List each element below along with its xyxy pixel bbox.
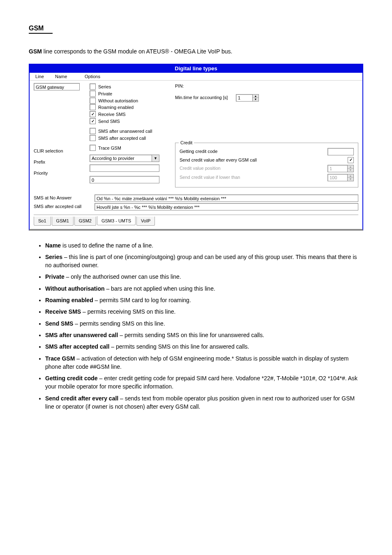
chevron-up-icon: ▲ <box>253 95 258 98</box>
checkbox-icon <box>90 83 96 90</box>
send-credit-every-label: Send credit value after every GSM call <box>180 157 257 163</box>
list-item: Trace GSM – activation of detection with… <box>45 354 363 371</box>
section-heading: GSM <box>29 25 363 32</box>
priority-input[interactable]: 0 <box>90 176 159 183</box>
digital-line-types-window: Digital line types Line Name Options GSM… <box>29 64 363 231</box>
heading-underline <box>29 33 53 34</box>
credit-value-position-stepper[interactable]: 1 ▲▼ <box>327 165 354 172</box>
checkbox-icon <box>90 145 96 151</box>
chevron-down-icon: ▼ <box>348 169 353 172</box>
trace-gsm-checkbox[interactable]: Trace GSM <box>90 145 167 151</box>
list-item: Receive SMS – permits receiving SMS on t… <box>45 308 363 316</box>
send-credit-every-checkbox[interactable]: ✓ <box>348 157 354 163</box>
getting-credit-code-input[interactable] <box>327 148 354 155</box>
line-name-input[interactable]: GSM gateway <box>34 83 80 90</box>
chevron-up-icon: ▲ <box>348 165 353 169</box>
sms-noanswer-label: SMS at No Answer <box>34 195 95 201</box>
without-auth-checkbox[interactable]: Without autorisation <box>90 97 167 104</box>
list-item: SMS after accepted call – permits sendin… <box>45 342 363 351</box>
tab-gsm1[interactable]: GSM1 <box>52 217 74 226</box>
window-title: Digital line types <box>30 65 362 73</box>
tabs: So1 GSM1 GSM2 GSM3 - UMTS VoIP <box>34 215 358 226</box>
sms-accepted-input[interactable]: Hovořil jste s %n - %c *** %!s Mobility … <box>95 203 358 210</box>
mintime-label: Min.time for accounting [s] <box>175 95 233 101</box>
tab-gsm3-umts[interactable]: GSM3 - UMTS <box>97 216 136 225</box>
chevron-down-icon: ▼ <box>253 98 258 101</box>
credit-value-position-label: Credit value position <box>180 165 221 171</box>
series-checkbox[interactable]: Series <box>90 83 167 90</box>
tab-gsm2[interactable]: GSM2 <box>74 217 96 226</box>
receive-sms-checkbox[interactable]: Receive SMS <box>90 111 167 118</box>
sms-accepted-label: SMS after accepted call <box>34 204 95 210</box>
credit-group: Credit Getting credit code Send credit v… <box>175 143 358 187</box>
list-item: Send SMS – permits sending SMS on this l… <box>45 319 363 328</box>
priority-label: Priority <box>34 170 48 176</box>
getting-credit-code-label: Getting credit code <box>180 148 217 155</box>
chevron-down-icon: ▼ <box>152 155 159 162</box>
tab-so1[interactable]: So1 <box>34 217 51 226</box>
clir-select[interactable]: According to provider ▼ <box>90 155 159 162</box>
list-item: Getting credit code – enter credit getti… <box>45 374 363 391</box>
list-item: Without authorisation – bars are not app… <box>45 284 363 293</box>
bullet-list: Name is used to define the name of a lin… <box>29 241 363 411</box>
column-header-line: Line <box>35 74 55 79</box>
send-sms-checkbox[interactable]: Send SMS <box>90 118 167 125</box>
sms-after-accepted-checkbox[interactable]: SMS after accepted call <box>90 135 167 141</box>
list-item: Private – only the authorised owner can … <box>45 273 363 281</box>
checkbox-icon <box>90 128 96 134</box>
credit-legend: Credit <box>179 140 194 146</box>
column-headers: Line Name Options <box>30 73 362 81</box>
send-credit-lower-stepper[interactable]: 100 ▲▼ <box>327 174 354 181</box>
clir-label: CLIR selection <box>34 148 63 154</box>
checkbox-icon <box>90 111 96 117</box>
checkbox-icon <box>90 90 96 97</box>
roaming-checkbox[interactable]: Roaming enabled <box>90 104 167 111</box>
column-header-name: Name <box>55 74 85 79</box>
tab-voip[interactable]: VoIP <box>136 217 155 226</box>
list-item: Name is used to define the name of a lin… <box>45 241 363 250</box>
send-credit-lower-label: Send credit value if lower than <box>180 174 240 180</box>
prefix-input[interactable] <box>90 164 159 172</box>
checkbox-icon <box>90 135 96 141</box>
list-item: Series – this line is part of one (incom… <box>45 253 363 270</box>
pin-label: PIN: <box>175 83 184 89</box>
list-item: SMS after unanswered call – permits send… <box>45 331 363 339</box>
column-header-options: Options <box>85 74 100 79</box>
prefix-label: Prefix <box>34 159 45 165</box>
chevron-up-icon: ▲ <box>348 174 353 178</box>
list-item: Roaming enabled – permits SIM card to lo… <box>45 296 363 304</box>
chevron-down-icon: ▼ <box>348 178 353 181</box>
sms-noanswer-input[interactable]: Od %n - %c máte zmeškané volání *** %!s … <box>95 194 358 202</box>
checkbox-icon <box>90 104 96 110</box>
intro-text: GSM line corresponds to the GSM module o… <box>29 48 363 56</box>
mintime-stepper[interactable]: 1 ▲▼ <box>236 94 259 102</box>
private-checkbox[interactable]: Private <box>90 90 167 97</box>
checkbox-icon <box>90 97 96 104</box>
checkbox-icon <box>90 118 96 124</box>
sms-after-unanswered-checkbox[interactable]: SMS after unanswered call <box>90 128 167 134</box>
list-item: Send credit after every call – sends tex… <box>45 394 363 411</box>
